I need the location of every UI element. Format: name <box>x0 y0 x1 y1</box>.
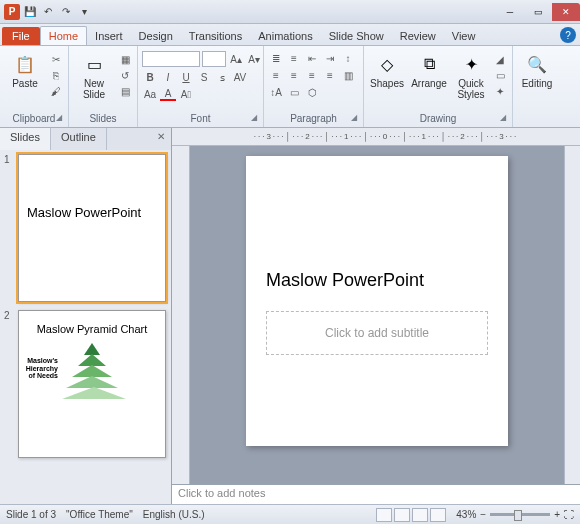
shrink-font-icon[interactable]: A▾ <box>246 52 262 66</box>
strike-icon[interactable]: S <box>196 70 212 84</box>
undo-icon[interactable]: ↶ <box>40 4 56 20</box>
save-icon[interactable]: 💾 <box>22 4 38 20</box>
title-bar: P 💾 ↶ ↷ ▾ ─ ▭ ✕ <box>0 0 580 24</box>
tab-animations[interactable]: Animations <box>250 27 320 45</box>
cut-icon[interactable]: ✂ <box>48 52 64 66</box>
slide-canvas[interactable]: Maslow PowerPoint Click to add subtitle <box>190 146 564 484</box>
thumbnails: 1 Maslow PowerPoint 2 Maslow Pyramid Cha… <box>0 150 171 504</box>
bullets-icon[interactable]: ≣ <box>268 51 284 65</box>
status-slide-count: Slide 1 of 3 <box>6 509 56 520</box>
thumbnail-1[interactable]: 1 Maslow PowerPoint <box>4 154 167 302</box>
quick-styles-button[interactable]: ✦ Quick Styles <box>452 48 490 100</box>
dialog-launcher-icon[interactable]: ◢ <box>351 113 357 122</box>
vertical-scrollbar[interactable] <box>564 146 580 484</box>
zoom-slider[interactable] <box>490 513 550 516</box>
tab-file[interactable]: File <box>2 27 40 45</box>
panel-tab-outline[interactable]: Outline <box>51 128 107 150</box>
dialog-launcher-icon[interactable]: ◢ <box>56 113 62 122</box>
status-language[interactable]: English (U.S.) <box>143 509 205 520</box>
shape-outline-icon[interactable]: ▭ <box>492 68 508 82</box>
window-controls: ─ ▭ ✕ <box>496 3 580 21</box>
normal-view-icon[interactable] <box>376 508 392 522</box>
tab-review[interactable]: Review <box>392 27 444 45</box>
reset-icon[interactable]: ↺ <box>117 68 133 82</box>
powerpoint-icon[interactable]: P <box>4 4 20 20</box>
align-center-icon[interactable]: ≡ <box>286 68 302 82</box>
shadow-icon[interactable]: ꜱ <box>214 70 230 84</box>
redo-icon[interactable]: ↷ <box>58 4 74 20</box>
minimize-button[interactable]: ─ <box>496 3 524 21</box>
slide-title[interactable]: Maslow PowerPoint <box>266 270 488 291</box>
justify-icon[interactable]: ≡ <box>322 68 338 82</box>
text-direction-icon[interactable]: ↕A <box>268 85 284 99</box>
shape-fill-icon[interactable]: ◢ <box>492 52 508 66</box>
tab-design[interactable]: Design <box>131 27 181 45</box>
shapes-button[interactable]: ◇ Shapes <box>368 48 406 89</box>
thumb-slide: Maslow Pyramid Chart Maslow's Hierarchy … <box>18 310 166 458</box>
ribbon-tabs: File Home Insert Design Transitions Anim… <box>0 24 580 46</box>
tab-home[interactable]: Home <box>40 26 87 45</box>
indent-dec-icon[interactable]: ⇤ <box>304 51 320 65</box>
zoom-value[interactable]: 43% <box>456 509 476 520</box>
reading-view-icon[interactable] <box>412 508 428 522</box>
bold-icon[interactable]: B <box>142 70 158 84</box>
slide-panel: Slides Outline ✕ 1 Maslow PowerPoint 2 M… <box>0 128 172 504</box>
zoom-out-icon[interactable]: − <box>480 509 486 520</box>
arrange-button[interactable]: ⧉ Arrange <box>408 48 450 89</box>
arrange-label: Arrange <box>411 78 447 89</box>
indent-inc-icon[interactable]: ⇥ <box>322 51 338 65</box>
font-color-icon[interactable]: A <box>160 87 176 101</box>
section-icon[interactable]: ▤ <box>117 84 133 98</box>
zoom-in-icon[interactable]: + <box>554 509 560 520</box>
tab-insert[interactable]: Insert <box>87 27 131 45</box>
tab-slideshow[interactable]: Slide Show <box>321 27 392 45</box>
editing-button[interactable]: 🔍 Editing <box>517 48 557 89</box>
layout-icon[interactable]: ▦ <box>117 52 133 66</box>
close-button[interactable]: ✕ <box>552 3 580 21</box>
paste-button[interactable]: 📋 Paste <box>4 48 46 89</box>
help-icon[interactable]: ? <box>560 27 576 43</box>
columns-icon[interactable]: ▥ <box>340 68 356 82</box>
shape-effects-icon[interactable]: ✦ <box>492 84 508 98</box>
line-spacing-icon[interactable]: ↕ <box>340 51 356 65</box>
dialog-launcher-icon[interactable]: ◢ <box>251 113 257 122</box>
underline-icon[interactable]: U <box>178 70 194 84</box>
maximize-button[interactable]: ▭ <box>524 3 552 21</box>
paste-icon: 📋 <box>13 52 37 76</box>
font-name-combo[interactable] <box>142 51 200 67</box>
align-right-icon[interactable]: ≡ <box>304 68 320 82</box>
subtitle-placeholder[interactable]: Click to add subtitle <box>266 311 488 355</box>
horizontal-ruler: ···3···│···2···│···1···│···0···│···1···│… <box>172 128 580 146</box>
sorter-view-icon[interactable] <box>394 508 410 522</box>
spacing-icon[interactable]: AV <box>232 70 248 84</box>
group-editing: 🔍 Editing <box>513 46 561 127</box>
group-label-slides: Slides <box>73 112 133 125</box>
align-text-icon[interactable]: ▭ <box>286 85 302 99</box>
tab-transitions[interactable]: Transitions <box>181 27 250 45</box>
qat-dropdown-icon[interactable]: ▾ <box>76 4 92 20</box>
italic-icon[interactable]: I <box>160 70 176 84</box>
status-bar: Slide 1 of 3 "Office Theme" English (U.S… <box>0 504 580 524</box>
change-case-icon[interactable]: Aa <box>142 87 158 101</box>
new-slide-button[interactable]: ▭ New Slide <box>73 48 115 100</box>
tab-view[interactable]: View <box>444 27 484 45</box>
font-size-combo[interactable] <box>202 51 226 67</box>
align-left-icon[interactable]: ≡ <box>268 68 284 82</box>
smartart-icon[interactable]: ⬡ <box>304 85 320 99</box>
grow-font-icon[interactable]: A▴ <box>228 52 244 66</box>
copy-icon[interactable]: ⎘ <box>48 68 64 82</box>
fit-window-icon[interactable]: ⛶ <box>564 509 574 520</box>
pyramid-chart: Maslow's Hierarchy of Needs <box>62 343 122 419</box>
clear-format-icon[interactable]: A⃠ <box>178 87 194 101</box>
thumb-title: Maslow PowerPoint <box>27 205 157 220</box>
panel-tab-slides[interactable]: Slides <box>0 128 51 150</box>
group-label-editing <box>517 123 557 125</box>
panel-close-icon[interactable]: ✕ <box>151 128 171 150</box>
format-painter-icon[interactable]: 🖌 <box>48 84 64 98</box>
notes-pane[interactable]: Click to add notes <box>172 484 580 504</box>
slideshow-view-icon[interactable] <box>430 508 446 522</box>
slide[interactable]: Maslow PowerPoint Click to add subtitle <box>246 156 508 446</box>
dialog-launcher-icon[interactable]: ◢ <box>500 113 506 122</box>
numbering-icon[interactable]: ≡ <box>286 51 302 65</box>
thumbnail-2[interactable]: 2 Maslow Pyramid Chart Maslow's Hierarch… <box>4 310 167 458</box>
